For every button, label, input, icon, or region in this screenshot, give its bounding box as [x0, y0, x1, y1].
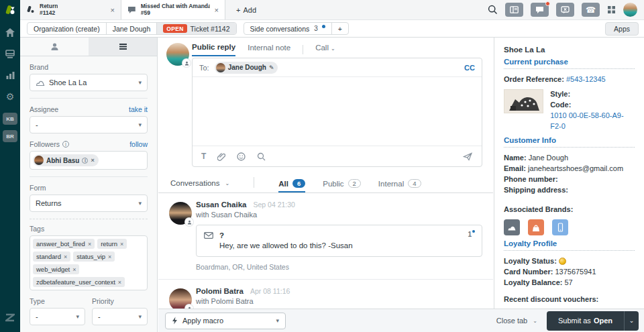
tab-ticket-fields[interactable] [89, 38, 157, 56]
conversation-item[interactable]: Susan Chaika Sep 04 21:30 with Susan Cha… [158, 193, 493, 280]
add-tab-button[interactable]: + Add [225, 0, 267, 19]
tag-chip[interactable]: answer_bot_fired× [33, 239, 95, 249]
assignee-select[interactable]: - ▾ [30, 116, 148, 133]
side-conversations-button[interactable]: Side conversations 3 [244, 23, 331, 34]
lightning-icon [172, 317, 178, 325]
breadcrumb-requester[interactable]: Jane Dough [106, 23, 157, 34]
style-code-link[interactable]: 1010 00-0E-58-60-A9-F2-0 [550, 111, 623, 130]
submit-as-open-button[interactable]: Submit as Open [547, 311, 624, 331]
tag-chip[interactable]: web_widget× [33, 264, 79, 274]
edit-pencil-icon[interactable]: ✎ [269, 64, 274, 71]
add-side-conversation-button[interactable]: + [331, 23, 348, 34]
reply-textarea[interactable] [193, 77, 482, 146]
remove-icon[interactable]: × [91, 157, 94, 164]
product-tray-icon[interactable] [607, 5, 616, 14]
workspace-panels-icon[interactable] [505, 3, 523, 17]
remove-icon[interactable]: × [108, 254, 111, 260]
recipient-chip[interactable]: Jane Dough ✎ [215, 62, 278, 74]
form-select[interactable]: Returns ▾ [30, 195, 148, 212]
priority-label: Priority [92, 297, 148, 305]
message-card[interactable]: ? Hey, are we allowed to do this? -Susan… [196, 225, 482, 257]
ticket-icon [26, 5, 35, 14]
breadcrumb-organization[interactable]: Organization (create) [28, 23, 106, 34]
follow-link[interactable]: follow [129, 140, 148, 148]
search-icon[interactable] [488, 5, 498, 15]
chat-status-icon[interactable] [531, 3, 549, 17]
ticket-number: Ticket #1142 [191, 25, 230, 33]
emoji-icon[interactable] [237, 152, 246, 161]
type-select[interactable]: - ▾ [30, 308, 85, 325]
current-purchase-heading[interactable]: Current purchase [504, 58, 635, 69]
tag-chip[interactable]: return× [97, 239, 127, 249]
tag-chip[interactable]: status_vip× [73, 252, 115, 262]
reporting-icon[interactable] [0, 66, 20, 85]
to-field[interactable]: To: Jane Dough ✎ CC [193, 58, 482, 77]
cc-button[interactable]: CC [464, 64, 475, 72]
filter-internal[interactable]: Internal 4 [378, 179, 421, 192]
tags-field[interactable]: answer_bot_fired× return× standard× stat… [30, 235, 148, 290]
remove-icon[interactable]: × [72, 266, 76, 273]
submit-status: Open [594, 317, 612, 325]
zendesk-logo-icon[interactable] [0, 0, 20, 20]
brand-select[interactable]: Shoe La La ▾ [30, 74, 148, 91]
tag-chip[interactable]: standard× [33, 252, 70, 262]
close-tab-icon[interactable]: × [215, 6, 219, 14]
order-reference-link[interactable]: #543-12345 [566, 75, 606, 83]
close-tab-icon[interactable]: × [111, 6, 115, 14]
caret-down-icon: ▾ [138, 79, 142, 86]
quick-reply-icon[interactable] [463, 152, 473, 161]
brand-shoe-icon[interactable] [504, 219, 520, 235]
card-number-label: Card Number: [504, 268, 553, 276]
conversation-item[interactable]: Polomi Batra Apr 08 11:16 with Polomi Ba… [158, 280, 493, 309]
email-label: Email: [504, 164, 526, 172]
order-reference-label: Order Reference: [504, 75, 564, 83]
search-content-icon[interactable] [257, 152, 266, 161]
ticket-tab-return[interactable]: Return #1142 × [20, 0, 121, 19]
brand-label: Brand [30, 63, 148, 71]
talk-phone-icon[interactable]: ☎ [582, 3, 600, 17]
apps-button[interactable]: Apps [605, 22, 639, 36]
br-app-button[interactable]: BR [3, 130, 17, 142]
chevron-down-icon: ⌄ [225, 180, 230, 186]
breadcrumb-ticket[interactable]: OPEN Ticket #1142 [156, 23, 235, 34]
kb-app-button[interactable]: KB [3, 113, 17, 125]
close-tab-button[interactable]: Close tab ⌄ [496, 317, 537, 325]
tab-call[interactable]: Call⌄ [315, 44, 335, 56]
tab-public-reply[interactable]: Public reply [192, 43, 235, 56]
divider [254, 177, 254, 188]
brand-mobile-icon[interactable] [552, 219, 568, 235]
ticket-tab-bar: Return #1142 × Missed Chat with Amanda #… [20, 0, 644, 20]
attachment-icon[interactable] [217, 152, 225, 161]
conversations-dropdown[interactable]: Conversations ⌄ [170, 179, 229, 192]
remove-icon[interactable]: × [88, 241, 91, 247]
tag-chip[interactable]: zdbetafeature_user_context× [33, 277, 125, 287]
divider [30, 176, 148, 177]
loyalty-profile-heading[interactable]: Loyalty Profile [504, 239, 635, 251]
take-it-link[interactable]: take it [129, 105, 148, 113]
message-unavailable-icon[interactable] [556, 3, 574, 17]
user-avatar[interactable] [623, 3, 637, 17]
submit-options-button[interactable]: ⌄ [624, 311, 639, 331]
priority-select[interactable]: - ▾ [92, 308, 148, 325]
count-badge: 2 [348, 179, 361, 188]
views-icon[interactable] [0, 44, 20, 63]
filter-public[interactable]: Public 2 [323, 179, 361, 192]
filter-all[interactable]: All 6 [278, 179, 305, 192]
type-value: - [36, 313, 38, 321]
admin-gear-icon[interactable]: ⚙ [0, 87, 20, 106]
text-format-icon[interactable]: T [201, 152, 206, 161]
home-icon[interactable] [0, 23, 20, 42]
tab-internal-note[interactable]: Internal note [248, 44, 290, 56]
remove-icon[interactable]: × [64, 254, 67, 260]
via-line: with Susan Chaika [196, 211, 482, 219]
customer-info-heading[interactable]: Customer Info [504, 136, 635, 148]
followers-field[interactable]: Abhi Basu i × [30, 151, 148, 170]
brand-bag-icon[interactable] [528, 219, 544, 235]
follower-chip[interactable]: Abhi Basu i × [33, 154, 99, 166]
apply-macro-button[interactable]: Apply macro ▾ [165, 313, 286, 329]
ticket-tab-chat[interactable]: Missed Chat with Amanda #59 × [121, 0, 225, 19]
tab-requester-profile[interactable] [20, 38, 89, 56]
remove-icon[interactable]: × [118, 279, 121, 286]
unread-badge: 1 [468, 230, 475, 238]
remove-icon[interactable]: × [120, 241, 123, 247]
